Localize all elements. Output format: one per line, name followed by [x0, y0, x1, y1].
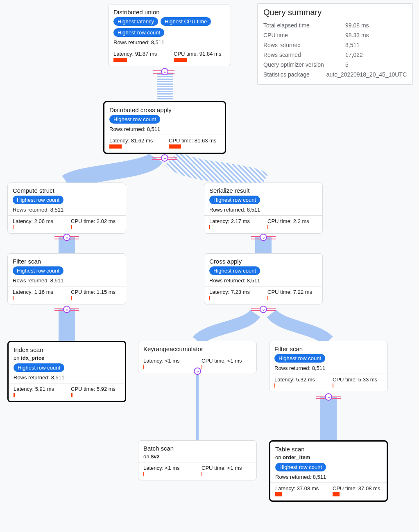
node-badges: Highest row count — [209, 266, 317, 275]
summary-value: 5 — [345, 61, 407, 68]
node-badges: Highest row count — [13, 196, 121, 204]
summary-row: Query optimizer version5 — [263, 60, 407, 70]
node-metrics: Latency: 7.23 msCPU time: 7.22 ms — [209, 289, 317, 300]
metric-bar-cpu — [174, 58, 187, 62]
metric-label-cpu: CPU time: 1.15 ms — [71, 289, 121, 295]
summary-value: 8,511 — [345, 42, 407, 48]
metric-label-latency: Latency: <1 ms — [143, 465, 193, 471]
node-title: Cross apply — [209, 258, 317, 265]
node-metrics: Latency: 1.16 msCPU time: 1.15 ms — [13, 289, 121, 300]
plan-node-ts[interactable]: Table scanon order_itemHighest row count… — [269, 440, 388, 502]
summary-value: auto_20220918_20_45_10UTC — [326, 71, 407, 78]
badge-rows: Highest row count — [13, 196, 63, 204]
rows-returned: Rows returned: 8,511 — [209, 277, 317, 284]
node-metrics: Latency: 5.32 msCPU time: 5.33 ms — [274, 376, 383, 388]
metric-label-latency: Latency: 81.62 ms — [109, 138, 161, 144]
node-title: Keyrangeaccumulator — [143, 345, 251, 352]
summary-value: 98.33 ms — [345, 32, 407, 38]
node-badges: Highest row count — [13, 266, 121, 275]
plan-node-dca[interactable]: Distributed cross applyHighest row count… — [103, 101, 226, 154]
node-title: Filter scan — [274, 345, 383, 352]
summary-title: Query summary — [263, 8, 407, 17]
badge-rows: Highest row count — [275, 463, 326, 471]
metric-bar-latency — [143, 472, 144, 476]
plan-node-bs[interactable]: Batch scanon $v2Latency: <1 msCPU time: … — [138, 440, 257, 480]
summary-label: Query optimizer version — [263, 61, 345, 68]
metric-label-latency: Latency: <1 ms — [143, 358, 193, 364]
metric-label-latency: Latency: 5.32 ms — [274, 376, 324, 383]
metric-bar-cpu — [333, 492, 340, 496]
rows-returned: Rows returned: 8,511 — [274, 365, 383, 371]
metric-bar-cpu — [71, 296, 72, 300]
metric-label-cpu: CPU time: 81.63 ms — [169, 138, 220, 144]
expand-icon[interactable] — [260, 306, 267, 313]
badge-rows: Highest row count — [209, 266, 260, 275]
node-title: Compute struct — [13, 187, 121, 194]
metric-bar-cpu — [202, 472, 202, 476]
metric-label-latency: Latency: 37.08 ms — [275, 485, 324, 491]
node-title: Table scan — [275, 446, 382, 453]
metric-label-latency: Latency: 91.87 ms — [113, 51, 165, 57]
metric-bar-latency — [143, 365, 144, 369]
plan-node-cs[interactable]: Compute structHighest row countRows retu… — [7, 183, 126, 234]
rows-returned: Rows returned: 8,511 — [113, 39, 226, 45]
node-metrics: Latency: 37.08 msCPU time: 37.08 ms — [275, 485, 382, 496]
metric-bar-latency — [209, 225, 210, 229]
expand-icon[interactable] — [63, 234, 70, 241]
summary-label: Rows returned — [263, 42, 345, 48]
node-title: Distributed cross apply — [109, 106, 220, 113]
svg-rect-7 — [59, 309, 75, 344]
metric-bar-cpu — [169, 144, 181, 149]
metric-label-latency: Latency: 7.23 ms — [209, 289, 259, 295]
badge-rows: Highest row count — [13, 266, 63, 275]
summary-row: CPU time98.33 ms — [263, 30, 407, 40]
plan-node-sr[interactable]: Serialize resultHighest row countRows re… — [204, 183, 323, 234]
expand-icon[interactable] — [161, 154, 168, 162]
metric-bar-cpu — [267, 296, 268, 300]
metric-bar-cpu — [333, 383, 333, 388]
expand-icon[interactable] — [161, 68, 168, 75]
badge-latency: Highest latency — [113, 17, 158, 26]
node-metrics: Latency: 81.62 msCPU time: 81.63 ms — [109, 138, 220, 149]
expand-icon[interactable] — [325, 393, 332, 401]
badge-rows: Highest row count — [109, 115, 160, 124]
expand-icon[interactable] — [63, 306, 70, 313]
rows-returned: Rows returned: 8,511 — [13, 207, 121, 213]
plan-node-fs2[interactable]: Filter scanHighest row countRows returne… — [269, 341, 388, 392]
node-title: Batch scan — [143, 445, 251, 452]
rows-returned: Rows returned: 8,511 — [275, 474, 382, 480]
summary-label: CPU time — [263, 32, 345, 38]
node-badges: Highest row count — [209, 196, 317, 204]
metric-bar-latency — [109, 144, 122, 149]
node-metrics: Latency: <1 msCPU time: <1 ms — [143, 358, 251, 369]
metric-bar-latency — [13, 225, 14, 229]
node-target: on $v2 — [143, 453, 251, 460]
plan-node-ca[interactable]: Cross applyHighest row countRows returne… — [204, 253, 323, 304]
node-title: Filter scan — [13, 258, 121, 265]
summary-label: Rows scanned — [263, 52, 345, 58]
summary-label: Total elapsed time — [263, 22, 345, 29]
metric-bar-cpu — [267, 225, 268, 229]
metric-label-latency: Latency: 1.16 ms — [13, 289, 63, 295]
summary-row: Statistics packageauto_20220918_20_45_10… — [263, 70, 407, 79]
metric-bar-latency — [13, 296, 14, 300]
badge-rows: Highest row count — [274, 354, 325, 363]
rows-returned: Rows returned: 8,511 — [209, 207, 317, 213]
plan-node-fs1[interactable]: Filter scanHighest row countRows returne… — [7, 253, 126, 304]
metric-bar-latency — [275, 492, 282, 496]
node-badges: Highest latencyHighest CPU timeHighest r… — [113, 17, 226, 37]
plan-node-idx[interactable]: Index scanon idx_priceHighest row countR… — [7, 341, 126, 402]
summary-value: 17,022 — [345, 52, 407, 58]
summary-row: Rows scanned17,022 — [263, 50, 407, 60]
node-title: Serialize result — [209, 187, 317, 194]
expand-icon[interactable] — [260, 234, 267, 241]
node-title: Distributed union — [113, 9, 226, 16]
node-metrics: Latency: <1 msCPU time: <1 ms — [143, 465, 251, 476]
svg-rect-4 — [157, 72, 173, 104]
metric-label-latency: Latency: 2.06 ms — [13, 218, 63, 224]
plan-node-du[interactable]: Distributed unionHighest latencyHighest … — [108, 4, 231, 66]
expand-icon[interactable] — [194, 367, 201, 375]
svg-rect-8 — [196, 372, 199, 443]
node-badges: Highest row count — [274, 354, 383, 363]
query-summary-card: Query summary Total elapsed time99.08 ms… — [257, 3, 413, 85]
